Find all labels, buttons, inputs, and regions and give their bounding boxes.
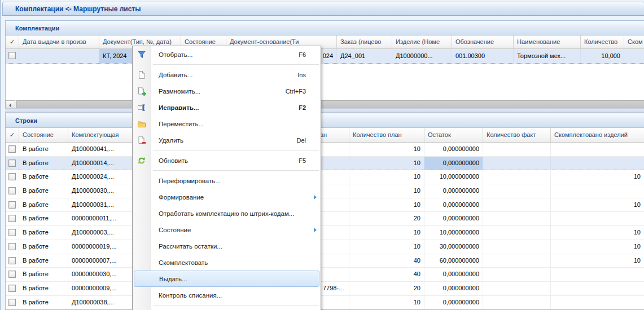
column-header[interactable]: Количество факт [483,128,551,142]
plan-quantity-cell[interactable]: 40 [349,254,424,268]
row-checkbox[interactable] [8,285,16,292]
table-row[interactable]: В работеД100000041,...100,000000000 [6,143,644,157]
fact-quantity-cell[interactable] [483,157,551,170]
menu-item[interactable]: ОбновитьF5 [133,152,321,169]
row-checkbox-cell[interactable] [6,212,19,225]
row-checkbox[interactable] [8,187,16,194]
row-checkbox-cell[interactable] [6,296,19,309]
row-checkbox[interactable] [8,215,16,222]
menu-item[interactable]: Добавить...Ins [133,67,321,83]
row-checkbox[interactable] [8,201,16,209]
state-cell[interactable]: В работе [19,254,68,268]
menu-item[interactable]: Отобрать...F6 [133,46,321,63]
plan-quantity-cell[interactable]: 10 [349,240,424,254]
plan-quantity-cell[interactable]: 40 [349,268,424,281]
assembled-products-cell[interactable] [551,157,644,170]
state-cell[interactable]: В работе [19,296,68,309]
row-checkbox[interactable] [8,243,16,250]
rest-cell[interactable]: 60,000000000 [424,254,483,268]
scroll-left-arrow-icon[interactable] [6,100,15,109]
plan-quantity-cell[interactable]: 10 [349,184,424,198]
state-cell[interactable]: В работе [19,170,68,184]
table-row[interactable]: В работеД100000031,...100,00000000010 [6,198,644,212]
state-cell[interactable]: В работе [19,240,68,254]
rest-cell[interactable]: 10,000000000 [424,170,483,184]
menu-item[interactable]: Формирование [133,189,321,205]
table-row[interactable]: В работе00000000007,...4060,00000000010 [6,254,644,268]
plan-quantity-cell[interactable]: 20 [349,212,424,225]
row-checkbox[interactable] [8,173,16,180]
fact-quantity-cell[interactable] [483,282,551,295]
menu-item[interactable]: Переместить... [133,116,321,132]
column-header[interactable]: ✓ [6,128,19,142]
column-header[interactable]: Наименование [514,36,581,48]
table-row[interactable]: В работеД100000030,...100,000000000 [6,184,644,198]
assembled-products-cell[interactable] [551,296,644,309]
component-cell[interactable]: Д100000014,... [68,157,136,170]
state-cell[interactable]: В работе [19,212,68,225]
menu-item[interactable]: УдалитьDel [133,132,321,148]
order-cell[interactable]: Д24_001 [337,49,392,63]
state-cell[interactable]: В работе [19,198,68,212]
fact-quantity-cell[interactable] [483,254,551,268]
component-cell[interactable]: Д100000038,... [68,296,136,309]
rest-cell[interactable]: 0,000000000 [424,296,483,309]
fact-quantity-cell[interactable] [483,296,551,309]
table-row[interactable]: В работе00000000019,...1030,00000000010 [6,240,644,254]
assembled-products-cell[interactable]: 10 [551,254,644,268]
assembled-products-cell[interactable] [551,184,644,198]
menu-item[interactable]: Контроль списания... [133,287,321,303]
row-checkbox[interactable] [8,145,16,153]
date-cell[interactable] [19,49,99,63]
row-checkbox-cell[interactable] [6,184,19,198]
state-cell[interactable]: В работе [19,184,68,198]
menu-item[interactable]: Состояние [133,222,321,238]
menu-item[interactable]: Исправить...F2 [133,99,321,116]
panel-splitter[interactable] [5,108,644,113]
plan-quantity-cell[interactable]: 20 [349,282,424,295]
menu-item[interactable]: Рассчитать остатки... [133,238,321,254]
menu-item[interactable]: Переформировать... [133,172,321,189]
assembled-products-cell[interactable]: 10 [551,240,644,254]
row-checkbox[interactable] [8,271,16,278]
state-cell[interactable]: В работе [19,143,68,156]
menu-item[interactable]: Отработать комплектацию по штрих-кодам..… [133,205,321,222]
rest-cell[interactable]: 0,000000000 [424,198,483,212]
rest-cell[interactable]: 0,000000000 [424,268,483,281]
assembled-products-cell[interactable]: 10 [551,226,644,240]
komplektacii-selected-row[interactable]: КТ, 2024024Д24_001Д10000000...001.00300Т… [6,49,644,64]
row-checkbox-cell[interactable] [6,254,19,268]
column-header[interactable]: Состояние [19,128,68,142]
table-row[interactable]: В работеД100000024,...1010,00000000010 [6,170,644,184]
table-row[interactable]: В работе00000000011,...200,000000000 [6,212,644,226]
row-checkbox-cell[interactable] [6,226,19,240]
row-checkbox-cell[interactable] [6,157,19,170]
fact-quantity-cell[interactable] [483,170,551,184]
component-cell[interactable]: 00000000019,... [68,240,136,254]
table-row[interactable]: В работе00000000030,...400,000000000 [6,268,644,282]
column-header[interactable]: Ском [624,36,644,48]
row-checkbox-cell[interactable] [6,240,19,254]
row-checkbox[interactable] [8,160,16,167]
component-cell[interactable]: Д100000030,... [68,184,136,198]
menu-item[interactable]: Выдать... [134,271,319,287]
name-cell[interactable]: Тормозной мех... [514,49,581,63]
plan-quantity-cell[interactable]: 10 [349,170,424,184]
component-cell[interactable]: Д100000031,... [68,198,136,212]
fact-quantity-cell[interactable] [483,226,551,240]
rest-cell[interactable]: 0,000000000 [424,184,483,198]
plan-quantity-cell[interactable]: 10 [349,296,424,309]
product-cell[interactable]: Д10000000... [392,49,452,63]
fact-quantity-cell[interactable] [483,212,551,225]
column-header[interactable]: Изделие (Номе [392,36,452,48]
assembled-products-cell[interactable] [551,143,644,156]
assembled-products-cell[interactable] [551,212,644,225]
column-header[interactable]: ✓ [6,36,19,48]
fact-quantity-cell[interactable] [483,268,551,281]
rest-cell[interactable]: 0,000000000 [424,212,483,225]
row-checkbox[interactable] [8,52,16,59]
column-header[interactable]: Обозначение [452,36,514,48]
column-header[interactable]: Заказ (лицево [337,36,392,48]
fact-quantity-cell[interactable] [483,184,551,198]
column-header[interactable]: Количество план [349,128,424,142]
